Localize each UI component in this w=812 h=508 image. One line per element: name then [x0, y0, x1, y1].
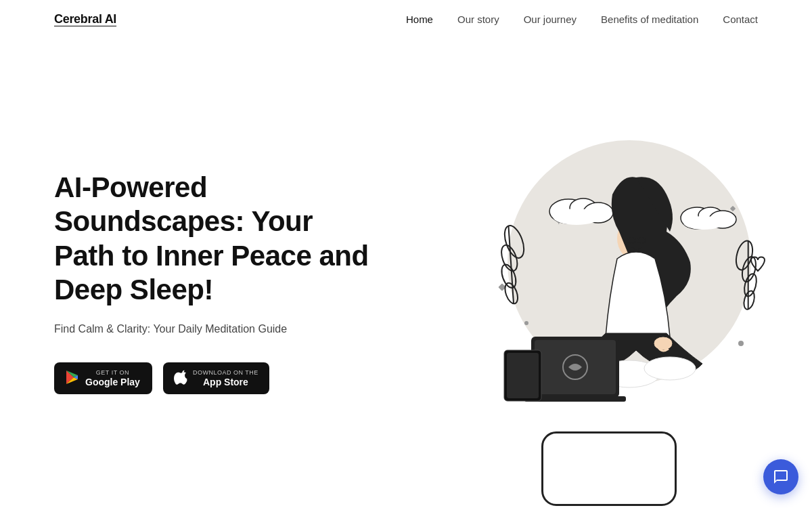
nav-item-home[interactable]: Home	[406, 14, 433, 25]
google-play-label: Google Play	[85, 377, 140, 387]
svg-point-35	[654, 337, 673, 350]
nav-item-our-story[interactable]: Our story	[457, 14, 499, 25]
app-store-button[interactable]: Download on the App Store	[163, 362, 269, 394]
apple-icon	[174, 370, 187, 387]
chat-bubble-button[interactable]	[763, 459, 798, 494]
phone-frame	[541, 431, 677, 506]
google-play-sublabel: GET IT ON	[85, 369, 140, 376]
nav-item-our-journey[interactable]: Our journey	[524, 14, 577, 25]
hero-illustration: ✦ ✦	[420, 39, 812, 499]
google-play-icon	[65, 370, 80, 387]
chat-icon	[773, 469, 789, 485]
google-play-text: GET IT ON Google Play	[85, 369, 140, 387]
app-store-text: Download on the App Store	[193, 369, 258, 387]
hero-title: AI-Powered Soundscapes: Your Path to Inn…	[54, 171, 379, 308]
nav-item-contact[interactable]: Contact	[723, 14, 758, 25]
svg-rect-45	[507, 353, 539, 398]
hero-subtitle: Find Calm & Clarity: Your Daily Meditati…	[54, 320, 379, 338]
logo[interactable]: Cerebral AI	[54, 12, 116, 26]
meditation-illustration: ✦ ✦	[426, 106, 805, 431]
nav-links: Home Our story Our journey Benefits of m…	[406, 14, 758, 26]
app-store-label: App Store	[193, 377, 258, 387]
navigation: Cerebral AI Home Our story Our journey B…	[0, 0, 812, 39]
svg-point-8	[524, 321, 528, 325]
hero-section: AI-Powered Soundscapes: Your Path to Inn…	[0, 39, 812, 499]
svg-point-25	[553, 209, 600, 225]
svg-point-39	[644, 357, 696, 380]
svg-point-9	[738, 341, 744, 346]
hero-text: AI-Powered Soundscapes: Your Path to Inn…	[54, 171, 379, 394]
svg-point-29	[683, 216, 724, 230]
store-buttons: GET IT ON Google Play Download on the Ap…	[54, 362, 379, 394]
google-play-button[interactable]: GET IT ON Google Play	[54, 362, 152, 394]
app-store-sublabel: Download on the	[193, 369, 258, 376]
nav-item-benefits[interactable]: Benefits of meditation	[601, 14, 698, 25]
phone-bottom	[541, 431, 677, 508]
